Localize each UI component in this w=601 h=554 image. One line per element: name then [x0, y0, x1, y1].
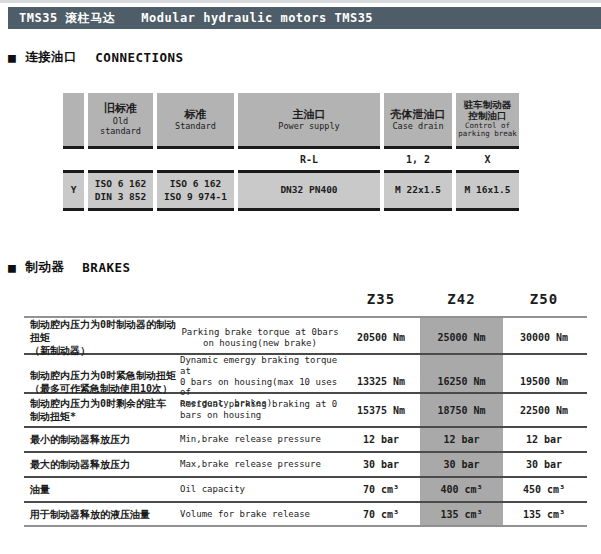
table-row-oil-capacity: 油量 Oil capacity 70 cm³ 400 cm³ 450 cm³	[24, 478, 587, 503]
value-z42: 12 bar	[418, 434, 505, 445]
brakes-heading-cn: 制动器	[25, 259, 64, 276]
row-label-en: Oil capacity	[180, 484, 344, 495]
port-label-case-drain: 1, 2	[384, 149, 452, 170]
port-label-power-supply: R-L	[238, 149, 380, 170]
row-label-en: Parking brake torque at 0bars on housing…	[180, 327, 344, 349]
column-header-z42: Z42	[418, 291, 505, 307]
value-power-supply: DN32 PN400	[238, 170, 380, 211]
brakes-table-body: 制动腔内压力为0时制动器的制动扭矩 （新制动器） Parking brake t…	[24, 318, 587, 527]
value-old-standard: ISO 6 162 DIN 3 852	[88, 170, 153, 211]
row-label-cn: 最小的制动器释放压力	[30, 433, 180, 446]
connections-header-old-standard: 旧标准 Old standard	[88, 93, 153, 149]
value-standard: ISO 6 162 ISO 9 974-1	[157, 170, 234, 211]
table-row-volume-for-brake-release: 用于制动器释放的液压油量 Volume for brake release 70…	[24, 503, 587, 527]
title-bar: TMS35 滚柱马达 Modular hydraulic motors TMS3…	[8, 7, 601, 29]
row-label-cn: 制动腔内压力为0时制动器的制动扭矩 （新制动器）	[30, 318, 180, 357]
value-z35: 15375 Nm	[344, 405, 418, 416]
value-z50: 22500 Nm	[505, 405, 583, 416]
connections-table: 旧标准 Old standard 标准 Standard 主油口 Power s…	[63, 93, 519, 211]
column-header-z35: Z35	[344, 291, 418, 307]
connections-heading-cn: 连接油口	[25, 49, 77, 66]
section-bullet-icon: ■	[8, 51, 16, 64]
row-label-en: Volume for brake release	[180, 509, 344, 520]
value-z35: 70 cm³	[344, 484, 418, 495]
col-standard-en: Standard	[175, 121, 216, 131]
row-label-cn: 用于制动器释放的液压油量	[30, 508, 180, 521]
value-z42: 16250 Nm	[418, 376, 505, 387]
value-z42: 400 cm³	[418, 484, 505, 495]
row-label-cn: 制动腔内压力为0时剩余的驻车 制动扭矩*	[30, 397, 180, 423]
brakes-heading-en: BRAKES	[82, 260, 130, 275]
col-parking-cn: 驻车制动器 控制油口	[464, 100, 512, 122]
row-label-cn: 最大的制动器释放压力	[30, 458, 180, 471]
row-label-cn: 油量	[30, 483, 180, 496]
title-bar-cn: TMS35 滚柱马达	[19, 10, 115, 27]
brakes-table: Z35 Z42 Z50 制动腔内压力为0时制动器的制动扭矩 （新制动器） Par…	[24, 288, 587, 527]
value-z50: 450 cm³	[505, 484, 583, 495]
connections-heading-en: CONNECTIONS	[95, 50, 183, 65]
value-z50: 19500 Nm	[505, 376, 583, 387]
row-label-cn: 制动腔内压力为0时紧急制动扭矩 （最多可作紧急制动使用10次）	[30, 369, 180, 395]
value-case-drain: M 22x1.5	[384, 170, 452, 211]
connections-header-standard: 标准 Standard	[157, 93, 234, 149]
value-z42: 135 cm³	[418, 509, 505, 520]
value-z35: 70 cm³	[344, 509, 418, 520]
value-z50: 30000 Nm	[505, 332, 583, 343]
col-case-drain-cn: 壳体泄油口	[391, 108, 446, 122]
col-old-standard-en: Old standard	[100, 116, 141, 136]
col-case-drain-en: Case drain	[392, 121, 443, 131]
table-row-residual-parking-braking: 制动腔内压力为0时剩余的驻车 制动扭矩* Residual parking br…	[24, 394, 587, 428]
brakes-section-heading: ■ 制动器 BRAKES	[8, 259, 130, 276]
column-header-z50: Z50	[505, 291, 583, 307]
table-row-emergency-braking-torque: 制动腔内压力为0时紧急制动扭矩 （最多可作紧急制动使用10次） Dynamic …	[24, 355, 587, 394]
col-power-supply-en: Power supply	[278, 121, 339, 131]
row-label-en: Min,brake release pressure	[180, 434, 344, 445]
table-row-max-release-pressure: 最大的制动器释放压力 Max,brake release pressure 30…	[24, 453, 587, 478]
value-z35: 30 bar	[344, 459, 418, 470]
connections-section-heading: ■ 连接油口 CONNECTIONS	[8, 49, 184, 66]
value-z50: 30 bar	[505, 459, 583, 470]
connections-header-case-drain: 壳体泄油口 Case drain	[384, 93, 452, 149]
row-label-en: Max,brake release pressure	[180, 459, 344, 470]
connections-header-power-supply: 主油口 Power supply	[238, 93, 380, 149]
connections-header-parking-brake: 驻车制动器 控制油口 Control of parking break	[456, 93, 519, 149]
col-old-standard-cn: 旧标准	[104, 102, 137, 116]
datasheet-page: TMS35 滚柱马达 Modular hydraulic motors TMS3…	[0, 0, 601, 554]
value-z42: 25000 Nm	[418, 332, 505, 343]
col-parking-en: Control of parking break	[458, 122, 517, 139]
value-z35: 12 bar	[344, 434, 418, 445]
page-top-edge	[0, 0, 601, 3]
value-z35: 13325 Nm	[344, 376, 418, 387]
col-power-supply-cn: 主油口	[293, 108, 326, 122]
value-z35: 20500 Nm	[344, 332, 418, 343]
brakes-table-header: Z35 Z42 Z50	[24, 288, 587, 318]
row-label-en: Residual parking braking at 0 bars on ho…	[180, 399, 344, 421]
value-z42: 30 bar	[418, 459, 505, 470]
table-row-min-release-pressure: 最小的制动器释放压力 Min,brake release pressure 12…	[24, 428, 587, 453]
row-label-y: Y	[63, 170, 84, 211]
value-z50: 135 cm³	[505, 509, 583, 520]
connections-header-corner	[63, 93, 84, 149]
port-label-parking: X	[456, 149, 519, 170]
section-bullet-icon: ■	[8, 261, 16, 274]
title-bar-en: Modular hydraulic motors TMS35	[141, 11, 373, 25]
col-standard-cn: 标准	[185, 108, 207, 122]
value-z42: 18750 Nm	[418, 405, 505, 416]
value-parking: M 16x1.5	[456, 170, 519, 211]
table-row-parking-brake-torque: 制动腔内压力为0时制动器的制动扭矩 （新制动器） Parking brake t…	[24, 318, 587, 355]
value-z50: 12 bar	[505, 434, 583, 445]
